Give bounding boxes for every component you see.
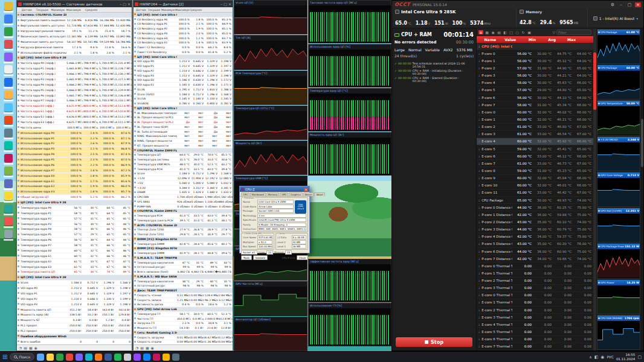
hwinfo2-titlebar[interactable]: HWiNFO64 — Датчики [2] –▢×: [134, 1, 233, 7]
column-header[interactable]: Min: [518, 37, 538, 42]
sensor-row[interactable]: COLORFUL iGame Z890 FLOW V20 (Intel PCH): [134, 209, 233, 214]
sensor-row[interactable]: Температура ядра P0 56 °C 30 °C 64 °C 45…: [17, 206, 132, 211]
sensor-row[interactable]: Температура ядра E2 61 °C 33 °C 67 °C 47…: [17, 259, 132, 264]
sensor-row[interactable]: +12V 12.096 V 11.904 V 12.192 V 12.080 V: [134, 176, 233, 181]
field-value[interactable]: Arrow Lake: [257, 205, 294, 209]
field-value[interactable]: Intel(R) Core(TM) Ultra 9 285K: [257, 218, 306, 222]
socket-select[interactable]: Socket #1: [241, 250, 257, 255]
sensor-row[interactable]: Частота ядра E3 (эфф.) 4,625.7 МГц 800.0…: [17, 120, 132, 125]
maximize-button[interactable]: ▢: [123, 2, 126, 6]
column-header[interactable]: Текущая: [33, 8, 50, 11]
sensor-row[interactable]: VID ядра P2 1.214 V 0.646 V 1.330 V 1.19…: [134, 69, 233, 74]
minimize-button[interactable]: –: [120, 2, 121, 6]
sensor-graph-panel[interactable]: Vcore ЦП [V]: [234, 0, 308, 34]
monitor-row[interactable]: ↓P-core 1 Thermal Throttling 0.00 0.00 0…: [477, 270, 593, 277]
sensor-row[interactable]: C0 Residency ядра P2 100.0 % 1.9 % 100.0…: [134, 27, 233, 31]
monitor-row[interactable]: ↓P-core 3 Distance to TjMax 44.00 °C 36.…: [477, 226, 593, 233]
cpuz-tab[interactable]: Mainboard: [250, 192, 266, 196]
field-value[interactable]: x 52.0: [257, 240, 272, 244]
monitor-row[interactable]: ↓E-core 8 59.00 °C 31.00 °C 45.23 °C 65.…: [477, 167, 593, 174]
desktop-icon[interactable]: [4, 230, 13, 241]
monitor-row[interactable]: ↓P-core 3 56.00 °C 30.00 °C 44.21 °C 64.…: [477, 72, 593, 80]
sensor-graph[interactable]: CPU Package 61.00 °C: [597, 29, 640, 64]
sensor-row[interactable]: DIMM [#1]: Kingston KF560C40-32: [134, 237, 233, 242]
monitor-row[interactable]: ↓P-core 4 58.00 °C 30.00 °C 45.63 °C 66.…: [477, 80, 593, 87]
sensor-row[interactable]: PUMP FAN 0 об/мин 0 об/мин 0 об/мин 0 об…: [134, 205, 233, 209]
monitor-row[interactable]: ↓E-core 2 Thermal Throttling 0.00 0.00 0…: [477, 306, 593, 314]
sensor-row[interactable]: Диск: TEAM TM8FPW002T: [134, 288, 233, 293]
desktop-icon[interactable]: [4, 14, 13, 25]
sensor-row[interactable]: Скорость чтения 0.51 МБ/с 0.00 МБ/с 128.…: [134, 293, 233, 298]
sensor-row[interactable]: Использование ядра P0 100.0 % 2.4 % 100.…: [17, 130, 132, 136]
close-button[interactable]: ×: [635, 2, 641, 7]
sensor-row[interactable]: VID ядра P0 1.213 V 0.645 V 1.329 V 1.19…: [17, 286, 132, 291]
sensor-row[interactable]: VID ядра E1 1.185 V 0.630 V 1.296 V 1.17…: [134, 83, 233, 87]
sensor-row[interactable]: ЦП [#0]: Intel Core Ultra 9 285K: Enhanc…: [17, 275, 132, 281]
sensor-graph[interactable]: GPU Core Voltage 0.713 V: [597, 172, 640, 207]
core-bars-panel[interactable]: Тактовая частота ядер ЦП [МГц]: [308, 0, 391, 43]
sensor-row[interactable]: Thermal Zone TZ01 29.8 °C 28.5 °C 30.9 °…: [134, 232, 233, 237]
taskbar-app-icon[interactable]: [37, 354, 44, 361]
sensor-row[interactable]: Vcore 1.184 V 0.712 V 1.296 V 1.168 V: [134, 172, 233, 177]
monitor-row[interactable]: ↓E-core 7 61.00 °C 33.00 °C 46.73 °C 67.…: [477, 160, 593, 167]
sensor-graph-panel[interactable]: Ток ЦП [A]: [234, 35, 308, 69]
sensor-row[interactable]: IA: Предел мощности PL2 Да Нет Да Нет: [134, 120, 233, 125]
maximize-button[interactable]: ▢: [224, 2, 227, 6]
sensor-row[interactable]: Виртуальная память выделено 12,136 МБ 6,…: [17, 18, 132, 24]
sensor-row[interactable]: Всего записано (host) 6,842 ГБ 6,842 ГБ …: [134, 270, 233, 275]
sensor-row[interactable]: Всего ошибок 0 0 0 0: [17, 339, 132, 345]
sensor-row[interactable]: VID ядра P0 1.213 V 0.645 V 1.329 V 1.19…: [134, 60, 233, 65]
sensor-row[interactable]: Частота ядра E0 (эфф.) 4,625.9 МГц 800.0…: [17, 104, 132, 109]
sensor-row[interactable]: IA: Turbo аттенюация Нет Нет Да Нет: [134, 130, 233, 135]
sensor-row[interactable]: Остаточный ресурс 99 % 99 % 99 % 99 %: [134, 265, 233, 270]
sensor-graph[interactable]: +3.3V (MCIO) 3.344 V: [597, 136, 640, 171]
monitor-row[interactable]: ↓CPU [#0]: Intel Core Ultra 9 285K, DTS: [477, 43, 593, 50]
monitor-row[interactable]: ↓E-core 2 61.00 °C 33.00 °C 46.80 °C 67.…: [477, 124, 593, 131]
sensor-graph[interactable]: GPU Power 14.25 W: [597, 279, 640, 314]
maximize-button[interactable]: ▢: [626, 2, 633, 7]
sensor-row[interactable]: Частота ядра P1 (перф.) 5,465.8 МГц 798.…: [17, 66, 132, 72]
sensor-row[interactable]: ЦП [#0]: Intel Core Ultra 9 285K: C-сост…: [134, 13, 233, 17]
desktop-icon[interactable]: [4, 141, 13, 152]
monitor-row[interactable]: ↓E-core 5 59.00 °C 32.00 °C 45.41 °C 65.…: [477, 145, 593, 153]
sensor-row[interactable]: Частота ядра E1 (эфф.) 4,625.4 МГц 800.0…: [17, 109, 132, 115]
sensor-row[interactable]: Пакет C10 Residency 0.0 % 0.0 % 41.8 % 5…: [134, 50, 233, 55]
graphs-scrollbar[interactable]: [641, 28, 643, 351]
column-header[interactable]: Средняя: [189, 8, 203, 11]
column-header[interactable]: Средняя: [82, 8, 98, 11]
clock-icon[interactable]: ◔: [19, 346, 22, 350]
stop-button[interactable]: Stop: [396, 337, 472, 347]
sensor-row[interactable]: Vcore (SVID) 1.184 V 0.712 V 1.296 V 1.1…: [134, 92, 233, 97]
taskbar-app-icon[interactable]: [47, 354, 54, 361]
monitor-row[interactable]: ↓CPU Package 65.00 °C 30.00 °C 48.93 °C …: [477, 197, 593, 204]
taskbar-app-icon[interactable]: [56, 354, 63, 361]
gpu-selector[interactable]: 1 - Intel(R) AI Boost ▾: [588, 8, 643, 28]
sensor-row[interactable]: RING: Максимальная температура Нет Нет Н…: [134, 135, 233, 139]
sensor-row[interactable]: VID ядра P1 1.212 V 0.645 V 1.329 V 1.19…: [17, 291, 132, 297]
layout-icon[interactable]: ▤: [24, 346, 27, 350]
sensor-graph-panel[interactable]: Вентилятор ЦП [об/мин]: [234, 317, 308, 351]
taskbar-app-icon[interactable]: [143, 354, 150, 361]
column-header[interactable]: Максимум: [175, 8, 189, 11]
sensor-graph[interactable]: GPU Temperature 58.09 °C: [597, 100, 640, 135]
sensor-row[interactable]: Использование файла подкачки 2.1 % 1.8 %…: [17, 50, 132, 56]
column-header[interactable]: Name: [477, 37, 498, 42]
toolbar-button[interactable]: ◉: [491, 30, 495, 34]
monitor-row[interactable]: ↓E-core 9 60.00 °C 32.00 °C 45.84 °C 66.…: [477, 175, 593, 182]
cpuz-tab[interactable]: CPU: [241, 192, 250, 196]
core-bars-panel[interactable]: Использование ядер ЦП [%]: [308, 44, 391, 87]
sensor-row[interactable]: Активность диска 0.4 % 0.0 % 18.6 % 1.2 …: [134, 303, 233, 308]
sensor-row[interactable]: PL2 предел 250.0 Вт 250.0 Вт 250.0 Вт 25…: [17, 329, 132, 334]
sensor-row[interactable]: Мощность GT 0.3 Вт 0.0 Вт 1.2 Вт 0.4 Вт: [17, 318, 132, 323]
desktop-icon[interactable]: [4, 167, 13, 177]
sensor-row[interactable]: Температура ядра P4 58 °C 30 °C 66 °C 46…: [17, 227, 132, 232]
monitor-row[interactable]: ↓P-core 5 57.00 °C 29.00 °C 44.80 °C 65.…: [477, 87, 593, 94]
sensor-row[interactable]: Использование ядра P7 100.0 % 2.4 % 100.…: [17, 168, 132, 173]
tools-button[interactable]: Tools: [241, 255, 252, 260]
toolbar-button[interactable]: ○: [515, 30, 520, 34]
sensor-row[interactable]: Частота ядра P4 (перф.) 5,466.2 МГц 798.…: [17, 82, 132, 87]
sensor-row[interactable]: IA: Предел мощности PL1 Нет Нет Да Нет: [134, 116, 233, 121]
sensor-row[interactable]: IA: Максимальная температура Нет Нет Да …: [134, 111, 233, 116]
sensor-graph[interactable]: CPU Package Power 151.12 W: [597, 243, 640, 278]
taskbar-app-icon[interactable]: [114, 354, 121, 361]
